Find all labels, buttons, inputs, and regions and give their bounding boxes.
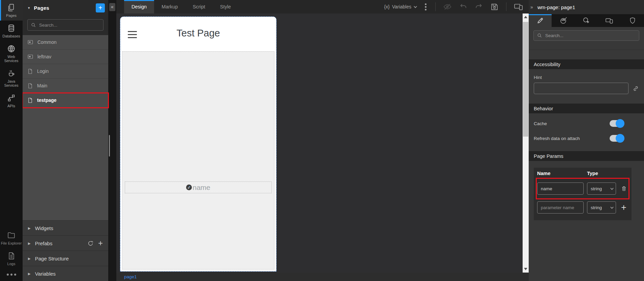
- new-param-type-select[interactable]: string: [587, 201, 616, 214]
- inspect-icon: [582, 17, 590, 25]
- design-canvas: Test Page name: [116, 13, 529, 273]
- refresh-data-toggle[interactable]: [610, 135, 623, 142]
- add-page-button[interactable]: +: [96, 3, 105, 12]
- section-label: Page Structure: [35, 256, 69, 261]
- name-label-text: name: [193, 184, 210, 192]
- scroll-up-arrow[interactable]: [524, 16, 527, 18]
- breadcrumb-page1[interactable]: page1: [124, 274, 137, 279]
- hamburger-menu-icon[interactable]: [128, 31, 137, 38]
- page-item-common[interactable]: Common: [23, 35, 108, 50]
- canvas-scrollbar[interactable]: [523, 13, 529, 273]
- canvas-page[interactable]: Test Page name: [120, 17, 276, 272]
- inspector-tabs: [529, 14, 644, 27]
- rail-item-logs[interactable]: Logs: [0, 248, 23, 269]
- apis-icon: [7, 94, 16, 102]
- partial-page-icon: [27, 54, 33, 60]
- section-page-params: Page Params: [529, 151, 644, 161]
- rail-item-web-services[interactable]: Web Services: [0, 41, 23, 66]
- section-variables[interactable]: ▶ Variables: [23, 266, 108, 281]
- variables-dropdown[interactable]: {x} Variables: [384, 4, 416, 9]
- tab-devices[interactable]: [598, 14, 621, 27]
- undo-button[interactable]: [459, 3, 467, 11]
- devices-icon: [605, 17, 614, 25]
- pages-panel: ▾ Pages + Common left: [23, 0, 108, 281]
- section-label: Prefabs: [35, 241, 53, 246]
- canvas-page-title[interactable]: Test Page: [120, 17, 276, 39]
- pages-search-area: [23, 16, 108, 35]
- section-prefabs[interactable]: ▶ Prefabs +: [23, 235, 108, 251]
- tab-markup[interactable]: Markup: [154, 0, 185, 13]
- pages-search-box: [27, 19, 104, 31]
- param-type-select[interactable]: string: [587, 182, 616, 195]
- page-item-main[interactable]: Main: [23, 79, 108, 93]
- pencil-icon: [536, 17, 544, 24]
- panel-resize-strip: «: [108, 0, 116, 281]
- inspector-header: » wm-page: page1: [529, 0, 644, 14]
- new-param-name-input[interactable]: [537, 201, 584, 214]
- pages-search-input[interactable]: [39, 23, 100, 28]
- hide-widgets-button[interactable]: [443, 2, 452, 11]
- variables-icon: {x}: [384, 4, 389, 9]
- cache-toggle[interactable]: [610, 120, 623, 127]
- chevron-down-icon: [414, 5, 417, 8]
- toolbar-divider: [435, 2, 436, 11]
- collapse-panel-button[interactable]: «: [109, 3, 115, 11]
- rail-label: Logs: [7, 262, 16, 266]
- database-icon: [7, 24, 16, 32]
- section-label: Widgets: [35, 225, 53, 231]
- page-icon: [27, 97, 33, 103]
- page-icon: [27, 68, 33, 74]
- add-param-button[interactable]: +: [619, 203, 628, 212]
- inspector-search-input[interactable]: [545, 33, 636, 38]
- rail-label: Web Services: [1, 55, 22, 63]
- bind-property-icon[interactable]: [633, 85, 639, 92]
- caret-down-icon[interactable]: ▾: [28, 6, 30, 10]
- tab-inspect[interactable]: [575, 14, 598, 27]
- page-params-table: Name Type string string: [534, 168, 632, 220]
- arrow-right-icon: ▶: [28, 272, 31, 276]
- breadcrumb-bar: page1: [116, 273, 529, 281]
- device-preview-button[interactable]: [514, 2, 524, 11]
- page-item-testpage[interactable]: testpage: [23, 93, 108, 108]
- tab-script[interactable]: Script: [185, 0, 213, 13]
- hint-input[interactable]: [534, 83, 628, 94]
- tab-security[interactable]: [621, 14, 644, 27]
- more-menu-button[interactable]: [423, 2, 428, 12]
- tab-styles[interactable]: [552, 14, 575, 27]
- scroll-down-arrow[interactable]: [524, 268, 527, 270]
- trash-icon: [621, 186, 627, 192]
- arrow-right-icon: ▶: [28, 226, 31, 230]
- rail-item-databases[interactable]: Databases: [0, 21, 23, 41]
- search-icon: [31, 23, 36, 28]
- rail-item-java-services[interactable]: Java Services: [0, 66, 23, 90]
- save-button[interactable]: [490, 3, 499, 11]
- section-page-structure[interactable]: ▶ Page Structure: [23, 251, 108, 266]
- section-widgets[interactable]: ▶ Widgets: [23, 220, 108, 235]
- wavemaker-studio: Pages Databases Web Services Java Servic…: [0, 0, 644, 281]
- expand-panel-icon[interactable]: »: [529, 4, 534, 10]
- redo-button[interactable]: [475, 3, 483, 11]
- rail-item-file-explorer[interactable]: File Explorer: [0, 228, 23, 248]
- refresh-prefabs-icon[interactable]: [87, 240, 94, 247]
- rail-item-apis[interactable]: APIs: [0, 90, 23, 111]
- tab-properties[interactable]: [529, 14, 552, 27]
- bind-link-icon: [186, 185, 192, 190]
- add-prefab-icon[interactable]: +: [98, 239, 103, 247]
- tab-design[interactable]: Design: [124, 0, 154, 13]
- param-row-new: string +: [537, 198, 628, 217]
- tab-style[interactable]: Style: [213, 0, 238, 13]
- delete-param-button[interactable]: [619, 186, 628, 192]
- canvas-content-region[interactable]: name: [122, 51, 274, 270]
- param-name-input[interactable]: [537, 182, 584, 195]
- name-label-widget[interactable]: name: [125, 181, 272, 193]
- rail-more-button[interactable]: [0, 269, 23, 281]
- rail-item-pages[interactable]: Pages: [0, 0, 23, 21]
- page-item-label: Main: [37, 83, 47, 88]
- resize-handle[interactable]: [109, 135, 110, 157]
- scrollbar-thumb[interactable]: [523, 22, 528, 137]
- inspector-search-area: [529, 27, 644, 41]
- page-item-leftnav[interactable]: leftnav: [23, 50, 108, 64]
- section-behavior: Behavior: [529, 104, 644, 113]
- rail-spacer: [0, 111, 23, 228]
- page-item-login[interactable]: Login: [23, 64, 108, 79]
